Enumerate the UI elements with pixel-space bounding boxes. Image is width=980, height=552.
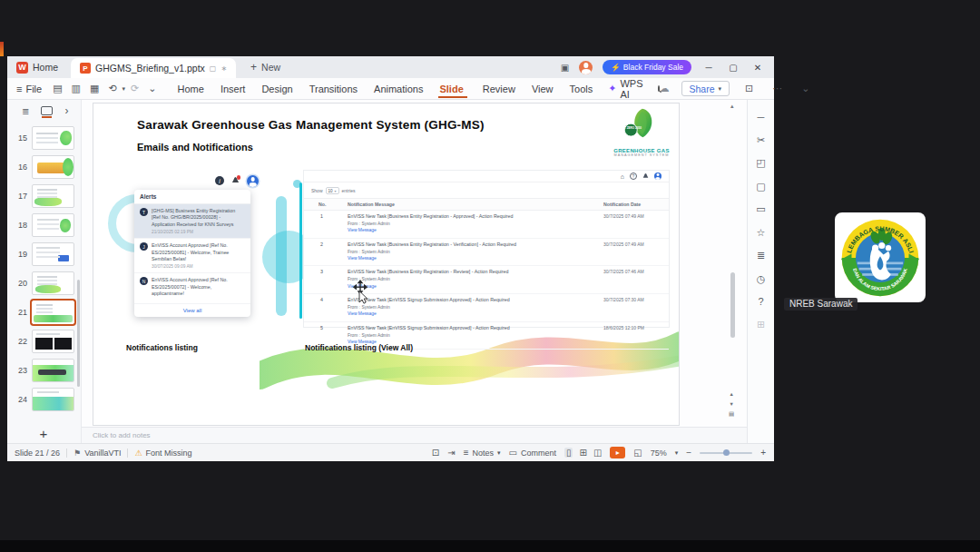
slide-thumbnail[interactable]	[32, 330, 74, 353]
alert-timestamp: 30/07/2025 09:09 AM	[152, 264, 245, 269]
participant-tile[interactable]: LEMBAGA SUMBER ASLI DAN ALAM SEKITAR SAR…	[779, 202, 978, 315]
thumbnail-row: 18	[7, 213, 81, 237]
slide-thumbnail[interactable]	[32, 184, 74, 208]
menu-item[interactable]: Design	[253, 78, 300, 100]
participant-logo-card: LEMBAGA SUMBER ASLI DAN ALAM SEKITAR SAR…	[835, 212, 926, 302]
window-stack-icon[interactable]: ▣	[561, 63, 569, 73]
pane-toggle-icon[interactable]: ⊡	[432, 448, 439, 458]
menu-item[interactable]: Transitions	[301, 78, 366, 100]
theme-indicator[interactable]: ⚑ VanillaVTI	[74, 448, 121, 458]
apps-pane-icon[interactable]: ⊞	[757, 319, 765, 330]
redo-icon[interactable]: ⟳	[127, 83, 142, 94]
expand-panel-icon[interactable]: ›	[64, 104, 68, 117]
ai-star-icon: ✦	[608, 83, 616, 94]
slide-thumbnail[interactable]	[32, 359, 74, 382]
character-pane-icon[interactable]: ◰	[756, 157, 765, 169]
slide-21[interactable]: Sarawak Greenhouse Gas Management System…	[93, 103, 680, 426]
help-pane-icon[interactable]: ?	[758, 296, 763, 307]
slide-thumbnail[interactable]	[32, 388, 74, 411]
add-slide-button[interactable]: +	[7, 426, 80, 441]
slide-scrollbar-thumb[interactable]	[730, 272, 735, 338]
menu-item[interactable]: Review	[475, 78, 524, 100]
favorites-pane-icon[interactable]: ☆	[757, 227, 766, 239]
zoom-in-button[interactable]: +	[760, 448, 766, 458]
alert-text: EnVISS Account Approved [Ref No. ES/2025…	[152, 277, 245, 297]
previous-slide-button[interactable]: ▴	[730, 390, 732, 398]
close-button[interactable]: ✕	[750, 63, 765, 73]
collapse-ribbon-icon[interactable]: ⌄	[798, 83, 813, 94]
menu-item[interactable]: Tools	[562, 78, 602, 100]
scroll-up-icon[interactable]: ▴	[730, 103, 734, 110]
row-date: 30/7/2025 07:49 AM	[603, 242, 669, 262]
home-tab-label: Home	[33, 62, 58, 73]
zoom-caret-icon[interactable]: ▾	[675, 449, 679, 457]
save-icon[interactable]: ▤	[49, 83, 65, 94]
share-button[interactable]: Share ▾	[681, 81, 730, 96]
notes-toggle[interactable]: ≡ Notes ▾	[464, 448, 501, 458]
alerts-screenshot-topbar: i	[215, 172, 271, 189]
settings-pane-icon[interactable]: ≣	[757, 250, 765, 261]
slide-title[interactable]: Sarawak Greenhouse Gas Management System…	[137, 118, 485, 132]
undo-icon[interactable]: ⟲	[104, 83, 120, 94]
fullscreen-icon[interactable]: ◱	[633, 448, 642, 458]
history-pane-icon[interactable]: ◷	[757, 273, 766, 285]
slide-thumbnail[interactable]	[32, 126, 74, 150]
file-menu[interactable]: ≡ File	[7, 84, 49, 94]
menu-item[interactable]: Animations	[366, 78, 431, 100]
caption-notifications-listing[interactable]: Notifications listing	[126, 343, 198, 352]
notification-badge	[237, 175, 241, 180]
menu-item[interactable]: View	[524, 78, 562, 100]
font-missing-warning[interactable]: ⚠ Font Missing	[134, 448, 191, 458]
task-pane-icon[interactable]: ⊡	[741, 83, 757, 94]
slide-thumbnail[interactable]	[32, 155, 74, 179]
menu-item[interactable]: Insert	[212, 78, 254, 100]
slide-number: 21	[7, 308, 27, 317]
menu-item[interactable]: Home	[170, 78, 212, 100]
zoom-slider[interactable]	[700, 452, 752, 454]
black-friday-sale-button[interactable]: ⚡ Black Friday Sale	[603, 60, 691, 74]
undo-caret-icon[interactable]: ▾	[122, 85, 126, 93]
zoom-out-button[interactable]: −	[686, 448, 691, 458]
slide-thumbnail[interactable]	[32, 271, 74, 295]
slide-sorter-view-button[interactable]: ⊞	[579, 448, 586, 458]
new-tab-button[interactable]: + New	[250, 61, 280, 74]
print-preview-icon[interactable]: ▥	[68, 83, 84, 94]
entries-select: 10 ▾	[326, 187, 339, 194]
shapes-pane-icon[interactable]: ▢	[756, 181, 765, 192]
ghg-ms-logo[interactable]: NET ZERO 2050 GREENHOUSE GAS MANAGEMENT …	[611, 107, 672, 157]
collapse-strip-icon[interactable]: ─	[758, 112, 765, 123]
document-tab[interactable]: P GHGMS_Briefing_v1.pptx ▢ ∗	[71, 58, 236, 78]
thumbnail-scrollbar[interactable]	[77, 280, 80, 387]
slideshow-play-button[interactable]: ▸	[610, 447, 625, 458]
comment-pane-icon[interactable]: ▭	[756, 203, 765, 215]
menu-item[interactable]: Slide Show	[431, 78, 474, 100]
toolbar-more-caret-icon[interactable]: ⌄	[144, 83, 160, 94]
wps-ai-menu[interactable]: ✦ WPS AI	[601, 78, 650, 100]
slide-view-icon[interactable]	[41, 106, 53, 115]
printer-icon[interactable]: ▦	[86, 83, 103, 94]
next-slide-button[interactable]: ▾	[730, 400, 732, 408]
user-avatar[interactable]	[579, 61, 593, 74]
editing-canvas[interactable]: Sarawak Greenhouse Gas Management System…	[82, 100, 747, 427]
slide-thumbnail[interactable]	[32, 213, 74, 237]
zoom-slider-handle[interactable]	[723, 449, 730, 456]
slide-subtitle[interactable]: Emails and Notifications	[137, 142, 253, 153]
wps-home-tab[interactable]: W Home	[7, 56, 71, 78]
alert-item: J EnVISS Account Approved [Ref No. ES/20…	[134, 239, 250, 273]
maximize-button[interactable]: ▢	[726, 63, 740, 73]
nav-menu-button[interactable]: ▤	[729, 410, 734, 418]
normal-view-button[interactable]: ▯	[564, 448, 573, 458]
more-options-icon[interactable]: ⋯	[769, 83, 786, 94]
slide-thumbnail[interactable]	[32, 301, 74, 324]
comment-button[interactable]: ▭ Comment	[509, 448, 556, 458]
notes-area[interactable]: Click to add notes	[82, 427, 747, 443]
goto-pane-icon[interactable]: ⇥	[447, 448, 455, 458]
format-tools-icon[interactable]: ✂	[757, 134, 765, 146]
outline-view-icon[interactable]: ≣	[22, 106, 29, 116]
slide-thumbnail[interactable]	[32, 242, 74, 266]
reading-view-button[interactable]: ◫	[593, 448, 602, 458]
zoom-level[interactable]: 75%	[651, 448, 667, 458]
search-icon[interactable]	[658, 85, 660, 92]
minimize-button[interactable]: ─	[701, 63, 716, 73]
caption-notifications-listing-viewall[interactable]: Notifications listing (View All)	[305, 343, 413, 352]
